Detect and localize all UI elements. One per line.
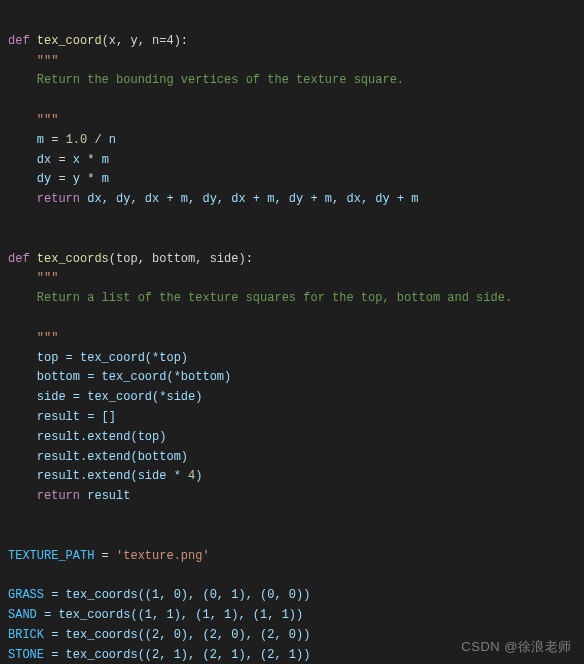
docstring-quote: """ — [37, 331, 59, 345]
code-line: BRICK = tex_coords((2, 0), (2, 0), (2, 0… — [8, 628, 310, 642]
code-block: def tex_coord(x, y, n=4): """ Return the… — [0, 0, 584, 664]
docstring-text: Return a list of the texture squares for… — [37, 291, 512, 305]
fn-name: tex_coords — [37, 252, 109, 266]
assign-rhs: = tex_coords((2, 0), (2, 0), (2, 0)) — [44, 628, 310, 642]
fn-name: tex_coord — [37, 34, 102, 48]
docstring-text: Return the bounding vertices of the text… — [37, 73, 404, 87]
blank-line — [8, 232, 15, 246]
params: (top, bottom, side): — [109, 252, 253, 266]
keyword-return: return — [37, 489, 80, 503]
assign-rhs: = tex_coords((1, 0), (0, 1), (0, 0)) — [44, 588, 310, 602]
return-expr: result — [80, 489, 130, 503]
code-line: bottom = tex_coord(*bottom) — [8, 370, 231, 384]
code-line: STONE = tex_coords((2, 1), (2, 1), (2, 1… — [8, 648, 310, 662]
var: m — [37, 133, 44, 147]
stmt: top = tex_coord(*top) — [37, 351, 188, 365]
code-line: """ — [8, 113, 58, 127]
code-line: side = tex_coord(*side) — [8, 390, 202, 404]
docstring-quote: """ — [37, 113, 59, 127]
code-line: """ — [8, 271, 58, 285]
watermark-text: CSDN @徐浪老师 — [461, 638, 572, 656]
code-line: Return the bounding vertices of the text… — [8, 73, 404, 87]
code-line: result.extend(side * 4) — [8, 469, 202, 483]
code-line: top = tex_coord(*top) — [8, 351, 188, 365]
stmt: result.extend(top) — [37, 430, 167, 444]
code-line — [8, 93, 15, 107]
code-line: dx = x * m — [8, 153, 109, 167]
code-line: dy = y * m — [8, 172, 109, 186]
code-line: """ — [8, 331, 58, 345]
code-line: result.extend(bottom) — [8, 450, 188, 464]
code-line: result = [] — [8, 410, 116, 424]
var: dx — [37, 153, 51, 167]
code-line: m = 1.0 / n — [8, 133, 116, 147]
blank-line — [8, 529, 15, 543]
number: 1.0 — [66, 133, 88, 147]
code-line: return dx, dy, dx + m, dy, dx + m, dy + … — [8, 192, 419, 206]
const-name: GRASS — [8, 588, 44, 602]
keyword-def: def — [8, 252, 30, 266]
const-name: BRICK — [8, 628, 44, 642]
blank-line — [8, 509, 15, 523]
stmt: result = [] — [37, 410, 116, 424]
stmt: result.extend(bottom) — [37, 450, 188, 464]
const-name: TEXTURE_PATH — [8, 549, 94, 563]
code-line: """ — [8, 54, 58, 68]
stmt: side = tex_coord(*side) — [37, 390, 203, 404]
stmt: result.extend(side * — [37, 469, 188, 483]
string-literal: 'texture.png' — [116, 549, 210, 563]
code-line: result.extend(top) — [8, 430, 166, 444]
params: (x, y, n=4): — [102, 34, 188, 48]
keyword-def: def — [8, 34, 30, 48]
code-line: Return a list of the texture squares for… — [8, 291, 512, 305]
blank-line — [8, 568, 15, 582]
blank-line — [8, 212, 15, 226]
code-line: def tex_coord(x, y, n=4): — [8, 34, 188, 48]
keyword-return: return — [37, 192, 80, 206]
assign-rhs: = tex_coords((2, 1), (2, 1), (2, 1)) — [44, 648, 310, 662]
const-name: SAND — [8, 608, 37, 622]
code-line: return result — [8, 489, 130, 503]
return-expr: dx, dy, dx + m, dy, dx + m, dy + m, dx, … — [80, 192, 418, 206]
stmt: bottom = tex_coord(*bottom) — [37, 370, 231, 384]
assign-rhs: = tex_coords((1, 1), (1, 1), (1, 1)) — [37, 608, 303, 622]
var: dy — [37, 172, 51, 186]
const-name: STONE — [8, 648, 44, 662]
docstring-quote: """ — [37, 271, 59, 285]
code-line — [8, 311, 15, 325]
code-line: def tex_coords(top, bottom, side): — [8, 252, 253, 266]
code-line: TEXTURE_PATH = 'texture.png' — [8, 549, 210, 563]
code-line: GRASS = tex_coords((1, 0), (0, 1), (0, 0… — [8, 588, 310, 602]
code-line: SAND = tex_coords((1, 1), (1, 1), (1, 1)… — [8, 608, 303, 622]
docstring-quote: """ — [37, 54, 59, 68]
